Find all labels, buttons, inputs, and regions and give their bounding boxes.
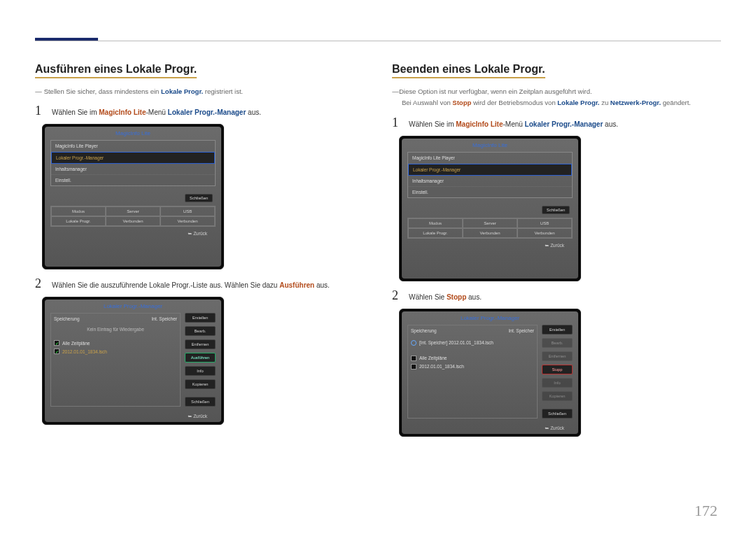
checkbox-icon[interactable] (411, 356, 416, 361)
menu-item[interactable]: MagicInfo Lite Player (408, 153, 572, 164)
schedule-row[interactable]: ✔ 2012.01.01_1834.lsch (54, 347, 177, 356)
two-columns: Ausführen eines Lokale Progr. ― Stellen … (35, 63, 721, 444)
run-button[interactable]: Ausführen (185, 353, 216, 363)
cell: Modus (51, 206, 106, 216)
top-rule-accent (35, 38, 98, 41)
remove-button: Entfernen (542, 351, 573, 361)
play-indicator-icon (411, 340, 416, 346)
cell: Verbunden (463, 228, 517, 238)
t: aus. (466, 293, 482, 301)
back-row[interactable]: ➦Zurück (402, 421, 578, 433)
status-grid: Modus Server USB Lokale Progr. Verbunden… (50, 206, 216, 227)
menu-item[interactable]: Einstell. (408, 187, 572, 197)
back-label: Zurück (193, 231, 207, 236)
t: aus. (603, 120, 618, 128)
t: geändert. (661, 99, 691, 106)
create-button[interactable]: Erstellen (542, 325, 573, 335)
no-data-text: Kein Eintrag für Wiedergabe (54, 327, 177, 332)
copy-button: Kopieren (542, 391, 573, 401)
schedule-row-all[interactable]: ✔ Alle Zeitpläne (54, 339, 177, 347)
remove-button[interactable]: Entfernen (185, 339, 216, 349)
t: aus. (246, 108, 261, 116)
back-row[interactable]: ➦Zurück (45, 227, 221, 238)
close-button[interactable]: Schließen (185, 194, 213, 202)
storage-value: Int. Speicher (509, 328, 535, 333)
storage-label: Speicherung (411, 328, 437, 333)
screenshot-lpm: Lokaler Progr.-Manager Speicherung Int. … (42, 297, 224, 425)
step-number: 2 (392, 288, 402, 303)
row-label: Alle Zeitpläne (419, 356, 447, 360)
back-row[interactable]: ➦Zurück (402, 239, 578, 250)
info-button[interactable]: Info (185, 366, 216, 376)
schedule-list-panel: Speicherung Int. Speicher [Int. Speicher… (407, 325, 538, 419)
highlight: Lokale Progr. (557, 99, 599, 106)
cell: Lokale Progr. (51, 216, 106, 226)
cell: Server (463, 218, 517, 228)
schedule-row-all[interactable]: Alle Zeitpläne (411, 354, 534, 363)
checkbox-icon[interactable]: ✔ (54, 340, 59, 346)
cell: Verbunden (517, 228, 572, 238)
cell: Server (106, 206, 160, 216)
checkbox-icon[interactable] (411, 364, 416, 370)
screenshot-title: Lokaler Progr.-Manager (45, 300, 221, 313)
row-label: [Int. Speicher] 2012.01.01_1834.lsch (419, 340, 493, 345)
menu-item[interactable]: Inhaltsmanager (51, 164, 215, 175)
note-line: Bei Auswahl von Stopp wird der Betriebsm… (392, 98, 721, 108)
copy-button[interactable]: Kopieren (185, 379, 216, 389)
note-text: Diese Option ist nur verfügbar, wenn ein… (399, 87, 592, 95)
checkbox-icon[interactable]: ✔ (54, 349, 59, 354)
step-text: Wählen Sie im MagicInfo Lite-Menü Lokale… (52, 107, 364, 118)
stop-button[interactable]: Stopp (542, 365, 573, 374)
screenshot-magicinfo: MagicInfo Lite MagicInfo Lite Player Lok… (399, 136, 581, 281)
page-number: 172 (694, 502, 718, 520)
step-number: 1 (35, 104, 45, 118)
step-1: 1 Wählen Sie im MagicInfo Lite-Menü Loka… (35, 104, 364, 118)
t: zu (600, 99, 610, 106)
t: -Menü (503, 120, 524, 128)
highlight: Stopp (447, 293, 466, 301)
schedule-row[interactable]: 2012.01.01_1834.lsch (411, 363, 534, 371)
note-line: ―Diese Option ist nur verfügbar, wenn ei… (392, 87, 721, 97)
t: Bei Auswahl von (402, 99, 452, 106)
menu-item[interactable]: Einstell. (51, 175, 215, 185)
highlight: Netzwerk-Progr. (610, 99, 661, 106)
t: Wählen Sie im (409, 120, 456, 128)
schedule-list-panel: Speicherung Int. Speicher Kein Eintrag f… (50, 313, 181, 407)
storage-value: Int. Speicher (152, 316, 178, 321)
heading-left: Ausführen eines Lokale Progr. (35, 63, 197, 78)
row-label: 2012.01.01_1834.lsch (62, 349, 107, 354)
running-row: [Int. Speicher] 2012.01.01_1834.lsch (411, 339, 534, 347)
cell: Modus (408, 218, 463, 228)
back-row[interactable]: ➦Zurück (45, 409, 221, 421)
close-button[interactable]: Schließen (542, 409, 573, 419)
highlight: Ausführen (279, 281, 314, 289)
edit-button[interactable]: Bearb. (185, 326, 216, 336)
top-rule (35, 41, 721, 41)
note-line: ― Stellen Sie sicher, dass mindestens ei… (35, 87, 364, 97)
step-2: 2 Wählen Sie Stopp aus. (392, 288, 721, 303)
screenshot-magicinfo: MagicInfo Lite MagicInfo Lite Player Lok… (42, 124, 224, 269)
status-grid: Modus Server USB Lokale Progr. Verbunden… (407, 218, 573, 239)
menu-item-selected[interactable]: Lokaler Progr.-Manager (408, 164, 572, 176)
close-button[interactable]: Schließen (185, 397, 216, 407)
heading-right: Beenden eines Lokale Progr. (392, 63, 545, 78)
menu-item[interactable]: Inhaltsmanager (408, 176, 572, 187)
menu-group: MagicInfo Lite Player Lokaler Progr.-Man… (407, 152, 573, 198)
cell: Lokale Progr. (408, 228, 463, 238)
highlight: MagicInfo Lite (456, 120, 503, 128)
back-label: Zurück (550, 426, 564, 430)
cell: Verbunden (106, 216, 160, 226)
t: -Menü (146, 108, 167, 116)
highlight: Lokaler Progr.-Manager (525, 120, 603, 128)
highlight: Stopp (452, 99, 471, 106)
info-button: Info (542, 378, 573, 388)
row-label: Alle Zeitpläne (62, 341, 90, 346)
row-label: 2012.01.01_1834.lsch (419, 364, 464, 369)
menu-item[interactable]: MagicInfo Lite Player (51, 141, 215, 152)
menu-item-selected[interactable]: Lokaler Progr.-Manager (51, 152, 215, 164)
close-button[interactable]: Schließen (542, 206, 570, 214)
manual-page: Ausführen eines Lokale Progr. ― Stellen … (0, 0, 756, 534)
back-label: Zurück (193, 414, 207, 419)
create-button[interactable]: Erstellen (185, 313, 216, 323)
screenshot-title: Lokaler Progr.-Manager (402, 311, 578, 325)
